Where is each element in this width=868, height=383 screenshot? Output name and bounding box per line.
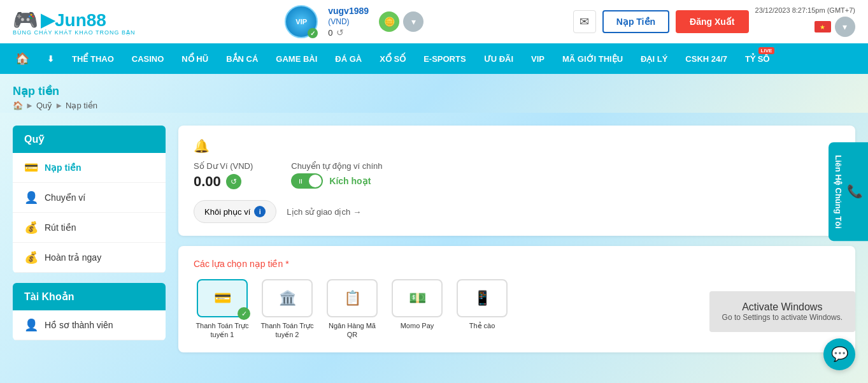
nap-tien-icon: 💳 [24,161,38,175]
breadcrumb-current: Nạp tiền [66,101,97,110]
toggle-knob [309,175,322,187]
header-right: ✉ Nạp Tiền Đăng Xuất 23/12/2023 8:27:15p… [573,6,855,37]
breadcrumb-qu[interactable]: Quỹ [36,101,52,110]
payment-title-text: Các lựa chọn nạp tiền [194,259,283,269]
payment-option-thecao[interactable]: 📱 Thẻ cào [453,279,511,340]
payment-option-tt2[interactable]: 🏛️ Thanh Toán Trực tuyến 2 [259,279,316,340]
vip-badge: VIP [285,5,318,38]
payment-label-momo: Momo Pay [401,321,434,330]
balance-value-row: 0.00 ↺ [194,173,253,190]
activate-windows-overlay: Activate Windows Go to Settings to activ… [709,291,855,332]
payment-icon-nganhang: 📋 [327,279,378,317]
sidebar-label-ho-so: Hồ sơ thành viên [45,320,113,330]
nav-download[interactable]: ⬇ [38,43,63,74]
activate-windows-title: Activate Windows [722,301,843,313]
sidebar-item-chuyen-vi[interactable]: 👤 Chuyển ví [13,183,166,213]
nav-e-sports[interactable]: E-SPORTS [415,43,474,74]
logo: 🎮 ▶Jun88 BÙNG CHÁY KHÁT KHAO TRONG BẠN [13,8,136,36]
sidebar-menu-taikhoan: 👤 Hồ sơ thành viên [13,310,166,340]
ho-so-icon: 👤 [24,318,38,332]
balance-refresh-button[interactable]: ↺ [226,174,241,189]
dropdown-icon[interactable]: ▾ [403,11,423,32]
nav-ban-ca[interactable]: BẮN CÁ [217,43,267,74]
nav-casino[interactable]: CASINO [123,43,173,74]
activate-windows-subtitle: Go to Settings to activate Windows. [722,313,843,322]
content-wrapper: Quỹ 💳 Nạp tiền 👤 Chuyển ví 💰 Rút tiền 💰 … [0,113,868,383]
nav-the-thao[interactable]: THỂ THAO [63,43,123,74]
khoiphuc-button[interactable]: Khôi phục ví i [194,200,276,223]
dang-xuat-button[interactable]: Đăng Xuất [676,10,748,33]
toggle-switch[interactable]: ⏸ [291,173,323,189]
nav-ma-gioi-thieu[interactable]: MÃ GIỚI THIỆU [553,43,632,74]
logo-text: ▶Jun88 [41,10,106,31]
sidebar-label-chuyen-vi: Chuyển ví [45,192,85,203]
refresh-icon[interactable]: ↺ [336,27,344,38]
chuyen-vi-icon: 👤 [24,191,38,205]
navbar: 🏠 ⬇ THỂ THAO CASINO NỔ HŨ BẮN CÁ GAME BÀ… [0,43,868,74]
payment-icon-thecao: 📱 [457,279,508,317]
username: vugv1989 [328,6,369,16]
khoiphuc-label: Khôi phục ví [204,207,250,217]
page-header: Nạp tiền 🏠 ► Quỹ ► Nạp tiền [0,74,868,113]
payment-label-nganhang: Ngân Hàng Mã QR [324,321,381,340]
mail-icon[interactable]: ✉ [573,10,596,33]
nav-uu-dai[interactable]: ƯU ĐÃI [475,43,522,74]
history-link[interactable]: Lịch sử giao dịch → [287,207,361,217]
user-info: vugv1989 (VND) 0 ↺ [328,6,369,38]
nav-no-hu[interactable]: NỔ HŨ [173,43,217,74]
nav-da-ga[interactable]: ĐÁ GÀ [326,43,371,74]
payment-label-thecao: Thẻ cào [469,321,495,330]
payment-icon-momo: 💵 [392,279,443,317]
history-arrow: → [353,207,361,217]
balance-info-row: Số Dư Ví (VND) 0.00 ↺ Chuyển tự động ví … [194,161,840,190]
sidebar-item-hoan-tra[interactable]: 💰 Hoàn trả ngay [13,243,166,273]
balance-row: (VND) [328,17,369,26]
payment-icon-tt1: 💳 ✓ [197,279,248,317]
lang-dropdown-icon[interactable]: ▾ [835,17,855,37]
sidebar-section-qu: Quỹ [13,126,166,153]
info-icon: i [254,206,266,217]
nav-game-bai[interactable]: GAME BÀI [267,43,326,74]
sidebar-item-nap-tien[interactable]: 💳 Nạp tiền [13,153,166,183]
nav-vip[interactable]: VIP [522,43,553,74]
chat-button[interactable]: 💬 [823,338,855,370]
balance-display: 0 [328,28,332,38]
balance-label: Số Dư Ví (VND) [194,161,253,171]
breadcrumb-sep1: ► [25,101,34,110]
side-cta[interactable]: 📞 Liên Hệ Chúng Tôi [829,142,868,242]
sidebar-section-taikhoan: Tài Khoản [13,283,166,310]
nav-ty-so[interactable]: TỶ SỐ LIVE [736,43,778,74]
sidebar-item-rut-tien[interactable]: 💰 Rút tiền [13,213,166,243]
transfer-label: Chuyển tự động ví chính [291,161,382,171]
nav-cskh[interactable]: CSKH 24/7 [676,43,736,74]
logo-subtitle: BÙNG CHÁY KHÁT KHAO TRONG BẠN [13,29,136,36]
balance-section: Số Dư Ví (VND) 0.00 ↺ [194,161,253,190]
currency-label: (VND) [328,17,349,26]
pause-icon: ⏸ [297,178,304,185]
breadcrumb-sep2: ► [55,101,63,110]
coin-icon[interactable]: 🪙 [379,11,399,32]
check-badge-tt1: ✓ [238,307,250,320]
action-row: Khôi phục ví i Lịch sử giao dịch → [194,200,840,223]
nap-tien-button[interactable]: Nạp Tiền [602,10,669,33]
nav-xo-so[interactable]: XỔ SỐ [371,43,415,74]
payment-title: Các lựa chọn nạp tiền * [194,259,840,269]
toggle-section: Chuyển tự động ví chính ⏸ Kích hoạt [291,161,382,189]
sidebar-item-ho-so[interactable]: 👤 Hồ sơ thành viên [13,310,166,340]
logo-icon: 🎮 [13,8,38,32]
payment-option-nganhang[interactable]: 📋 Ngân Hàng Mã QR [324,279,381,340]
nav-dai-ly[interactable]: ĐẠI LÝ [632,43,676,74]
sidebar: Quỹ 💳 Nạp tiền 👤 Chuyển ví 💰 Rút tiền 💰 … [13,126,166,383]
breadcrumb-home[interactable]: 🏠 [13,101,23,110]
toggle-row: ⏸ Kích hoạt [291,173,382,189]
payment-option-tt1[interactable]: 💳 ✓ Thanh Toán Trực tuyến 1 [194,279,251,340]
balance-big: 0.00 [194,173,221,190]
payment-option-momo[interactable]: 💵 Momo Pay [388,279,446,340]
page-title: Nạp tiền [13,84,855,98]
main-content: 🔔 Số Dư Ví (VND) 0.00 ↺ Chuyển tự động v… [178,126,855,383]
hoan-tra-icon: 💰 [24,250,38,264]
breadcrumb: 🏠 ► Quỹ ► Nạp tiền [13,101,855,110]
flag-icon: ★ [815,21,831,33]
nav-home[interactable]: 🏠 [6,43,38,74]
balance-card: 🔔 Số Dư Ví (VND) 0.00 ↺ Chuyển tự động v… [178,126,855,236]
